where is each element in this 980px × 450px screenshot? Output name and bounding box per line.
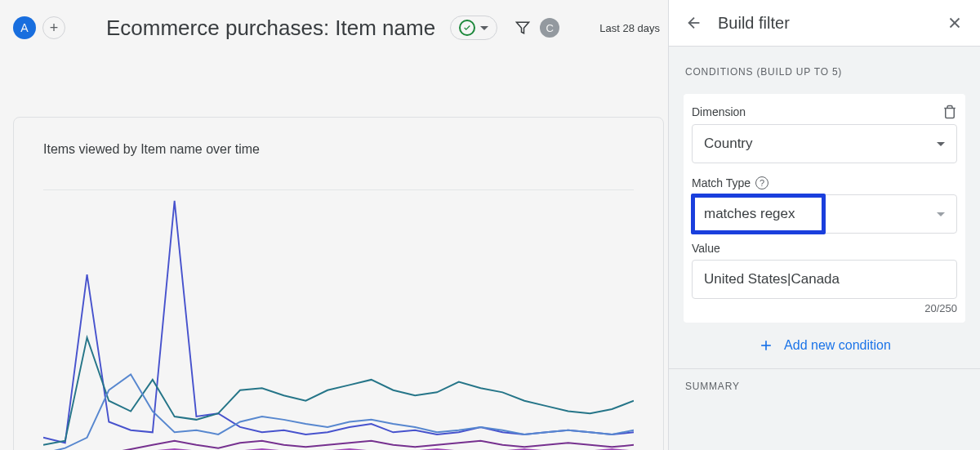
add-button[interactable]: + bbox=[42, 16, 65, 39]
summary-section-label: SUMMARY bbox=[669, 368, 980, 399]
chart-card: Items viewed by Item name over time bbox=[13, 117, 664, 450]
match-type-select-value: matches regex bbox=[704, 206, 795, 222]
dimension-select[interactable]: Country bbox=[692, 124, 957, 163]
help-icon[interactable]: ? bbox=[755, 176, 768, 189]
panel-title: Build filter bbox=[718, 14, 931, 33]
page-header: A + Ecommerce purchases: Item name C Las… bbox=[0, 0, 668, 56]
check-icon bbox=[459, 20, 475, 36]
date-range-picker[interactable]: Last 28 days bbox=[599, 22, 660, 34]
value-label: Value bbox=[692, 242, 720, 255]
conditions-section-label: CONDITIONS (BUILD UP TO 5) bbox=[669, 47, 980, 94]
match-type-label: Match Type ? bbox=[692, 176, 768, 189]
back-arrow-icon[interactable] bbox=[685, 14, 703, 32]
panel-header: Build filter bbox=[669, 0, 980, 47]
filter-panel: Build filter CONDITIONS (BUILD UP TO 5) … bbox=[668, 0, 980, 450]
chevron-down-icon bbox=[937, 212, 945, 216]
workspace-avatar[interactable]: A bbox=[13, 16, 36, 39]
plus-icon bbox=[758, 337, 774, 354]
status-pill[interactable] bbox=[450, 16, 497, 40]
add-condition-button[interactable]: Add new condition bbox=[669, 323, 980, 368]
dimension-label: Dimension bbox=[692, 105, 746, 118]
page-title: Ecommerce purchases: Item name bbox=[106, 16, 435, 41]
dimension-select-value: Country bbox=[704, 136, 753, 152]
chart-area bbox=[43, 189, 634, 450]
chart-title: Items viewed by Item name over time bbox=[43, 142, 634, 157]
chevron-down-icon bbox=[480, 26, 488, 30]
close-icon[interactable] bbox=[946, 14, 964, 32]
delete-icon[interactable] bbox=[942, 105, 957, 119]
svg-marker-0 bbox=[517, 22, 529, 33]
condition-card: Dimension Country Match Type ? matches r… bbox=[684, 94, 965, 323]
char-counter: 20/250 bbox=[692, 302, 957, 314]
match-type-select[interactable]: matches regex bbox=[692, 194, 957, 234]
value-input[interactable] bbox=[692, 260, 957, 299]
comparison-avatar[interactable]: C bbox=[540, 18, 559, 38]
add-condition-label: Add new condition bbox=[784, 338, 891, 353]
chevron-down-icon bbox=[937, 142, 945, 146]
filter-funnel-icon[interactable] bbox=[515, 20, 530, 35]
